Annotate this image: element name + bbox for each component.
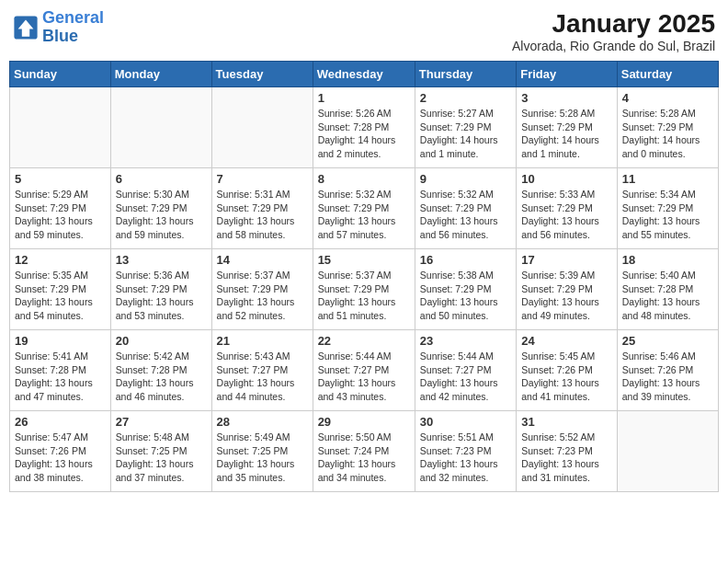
page-header: General Blue January 2025 Alvorada, Rio …	[9, 9, 719, 53]
day-number: 1	[318, 91, 410, 105]
day-info: Sunrise: 5:41 AMSunset: 7:28 PMDaylight:…	[15, 350, 106, 404]
day-number: 22	[318, 334, 410, 348]
calendar-cell: 2Sunrise: 5:27 AMSunset: 7:29 PMDaylight…	[415, 87, 516, 168]
day-number: 13	[116, 253, 207, 267]
calendar-cell	[211, 87, 313, 168]
calendar-cell: 28Sunrise: 5:49 AMSunset: 7:25 PMDayligh…	[211, 411, 313, 492]
day-info: Sunrise: 5:38 AMSunset: 7:29 PMDaylight:…	[420, 269, 511, 323]
calendar-cell: 14Sunrise: 5:37 AMSunset: 7:29 PMDayligh…	[211, 249, 313, 330]
day-number: 29	[318, 415, 410, 429]
day-info: Sunrise: 5:27 AMSunset: 7:29 PMDaylight:…	[420, 107, 511, 161]
calendar-cell: 11Sunrise: 5:34 AMSunset: 7:29 PMDayligh…	[617, 168, 718, 249]
week-row-1: 1Sunrise: 5:26 AMSunset: 7:28 PMDaylight…	[10, 87, 719, 168]
calendar-cell: 22Sunrise: 5:44 AMSunset: 7:27 PMDayligh…	[313, 330, 415, 411]
day-number: 31	[521, 415, 612, 429]
day-number: 10	[521, 172, 612, 186]
day-number: 19	[15, 334, 106, 348]
logo: General Blue	[13, 9, 104, 46]
calendar-cell: 29Sunrise: 5:50 AMSunset: 7:24 PMDayligh…	[313, 411, 415, 492]
day-info: Sunrise: 5:37 AMSunset: 7:29 PMDaylight:…	[217, 269, 308, 323]
weekday-header-row: SundayMondayTuesdayWednesdayThursdayFrid…	[10, 62, 719, 87]
day-number: 12	[15, 253, 106, 267]
day-info: Sunrise: 5:29 AMSunset: 7:29 PMDaylight:…	[15, 188, 106, 242]
week-row-3: 12Sunrise: 5:35 AMSunset: 7:29 PMDayligh…	[10, 249, 719, 330]
calendar-cell: 8Sunrise: 5:32 AMSunset: 7:29 PMDaylight…	[313, 168, 415, 249]
logo-icon	[13, 15, 39, 40]
day-info: Sunrise: 5:33 AMSunset: 7:29 PMDaylight:…	[521, 188, 612, 242]
location-title: Alvorada, Rio Grande do Sul, Brazil	[512, 39, 715, 53]
calendar-cell: 20Sunrise: 5:42 AMSunset: 7:28 PMDayligh…	[110, 330, 211, 411]
calendar-cell: 12Sunrise: 5:35 AMSunset: 7:29 PMDayligh…	[10, 249, 111, 330]
day-number: 30	[420, 415, 511, 429]
day-info: Sunrise: 5:39 AMSunset: 7:29 PMDaylight:…	[521, 269, 612, 323]
month-title: January 2025	[512, 9, 715, 39]
day-number: 3	[521, 91, 612, 105]
day-number: 26	[15, 415, 106, 429]
calendar-cell: 6Sunrise: 5:30 AMSunset: 7:29 PMDaylight…	[110, 168, 211, 249]
day-number: 20	[116, 334, 207, 348]
calendar-cell: 23Sunrise: 5:44 AMSunset: 7:27 PMDayligh…	[415, 330, 516, 411]
weekday-header-friday: Friday	[517, 62, 618, 87]
title-area: January 2025 Alvorada, Rio Grande do Sul…	[512, 9, 715, 53]
day-info: Sunrise: 5:40 AMSunset: 7:28 PMDaylight:…	[622, 269, 713, 323]
weekday-header-saturday: Saturday	[617, 62, 718, 87]
calendar-cell: 19Sunrise: 5:41 AMSunset: 7:28 PMDayligh…	[10, 330, 111, 411]
calendar-cell	[617, 411, 718, 492]
calendar-cell: 4Sunrise: 5:28 AMSunset: 7:29 PMDaylight…	[617, 87, 718, 168]
calendar-cell	[110, 87, 211, 168]
calendar-cell: 25Sunrise: 5:46 AMSunset: 7:26 PMDayligh…	[617, 330, 718, 411]
calendar-cell: 30Sunrise: 5:51 AMSunset: 7:23 PMDayligh…	[415, 411, 516, 492]
day-info: Sunrise: 5:26 AMSunset: 7:28 PMDaylight:…	[318, 107, 410, 161]
day-number: 7	[217, 172, 308, 186]
day-info: Sunrise: 5:52 AMSunset: 7:23 PMDaylight:…	[521, 431, 612, 485]
day-info: Sunrise: 5:28 AMSunset: 7:29 PMDaylight:…	[622, 107, 713, 161]
calendar-table: SundayMondayTuesdayWednesdayThursdayFrid…	[9, 61, 719, 492]
calendar-cell: 27Sunrise: 5:48 AMSunset: 7:25 PMDayligh…	[110, 411, 211, 492]
day-number: 17	[521, 253, 612, 267]
calendar-cell: 26Sunrise: 5:47 AMSunset: 7:26 PMDayligh…	[10, 411, 111, 492]
day-number: 15	[318, 253, 410, 267]
day-info: Sunrise: 5:49 AMSunset: 7:25 PMDaylight:…	[217, 431, 308, 485]
calendar-cell: 9Sunrise: 5:32 AMSunset: 7:29 PMDaylight…	[415, 168, 516, 249]
day-info: Sunrise: 5:37 AMSunset: 7:29 PMDaylight:…	[318, 269, 410, 323]
day-number: 14	[217, 253, 308, 267]
day-info: Sunrise: 5:51 AMSunset: 7:23 PMDaylight:…	[420, 431, 511, 485]
day-info: Sunrise: 5:44 AMSunset: 7:27 PMDaylight:…	[420, 350, 511, 404]
day-info: Sunrise: 5:32 AMSunset: 7:29 PMDaylight:…	[420, 188, 511, 242]
day-info: Sunrise: 5:47 AMSunset: 7:26 PMDaylight:…	[15, 431, 106, 485]
calendar-cell: 18Sunrise: 5:40 AMSunset: 7:28 PMDayligh…	[617, 249, 718, 330]
day-number: 28	[217, 415, 308, 429]
calendar-cell: 24Sunrise: 5:45 AMSunset: 7:26 PMDayligh…	[517, 330, 618, 411]
day-number: 5	[15, 172, 106, 186]
day-info: Sunrise: 5:44 AMSunset: 7:27 PMDaylight:…	[318, 350, 410, 404]
weekday-header-thursday: Thursday	[415, 62, 516, 87]
day-info: Sunrise: 5:31 AMSunset: 7:29 PMDaylight:…	[217, 188, 308, 242]
day-info: Sunrise: 5:36 AMSunset: 7:29 PMDaylight:…	[116, 269, 207, 323]
day-info: Sunrise: 5:42 AMSunset: 7:28 PMDaylight:…	[116, 350, 207, 404]
day-number: 25	[622, 334, 713, 348]
day-number: 8	[318, 172, 410, 186]
calendar-cell: 1Sunrise: 5:26 AMSunset: 7:28 PMDaylight…	[313, 87, 415, 168]
weekday-header-monday: Monday	[110, 62, 211, 87]
day-info: Sunrise: 5:28 AMSunset: 7:29 PMDaylight:…	[521, 107, 612, 161]
day-number: 4	[622, 91, 713, 105]
logo-text: General Blue	[42, 9, 104, 46]
weekday-header-wednesday: Wednesday	[313, 62, 415, 87]
calendar-cell: 21Sunrise: 5:43 AMSunset: 7:27 PMDayligh…	[211, 330, 313, 411]
calendar-cell: 13Sunrise: 5:36 AMSunset: 7:29 PMDayligh…	[110, 249, 211, 330]
day-number: 23	[420, 334, 511, 348]
day-number: 16	[420, 253, 511, 267]
day-info: Sunrise: 5:46 AMSunset: 7:26 PMDaylight:…	[622, 350, 713, 404]
day-info: Sunrise: 5:32 AMSunset: 7:29 PMDaylight:…	[318, 188, 410, 242]
weekday-header-tuesday: Tuesday	[211, 62, 313, 87]
week-row-5: 26Sunrise: 5:47 AMSunset: 7:26 PMDayligh…	[10, 411, 719, 492]
calendar-cell: 7Sunrise: 5:31 AMSunset: 7:29 PMDaylight…	[211, 168, 313, 249]
calendar-cell: 16Sunrise: 5:38 AMSunset: 7:29 PMDayligh…	[415, 249, 516, 330]
day-info: Sunrise: 5:48 AMSunset: 7:25 PMDaylight:…	[116, 431, 207, 485]
calendar-cell: 5Sunrise: 5:29 AMSunset: 7:29 PMDaylight…	[10, 168, 111, 249]
calendar-cell: 17Sunrise: 5:39 AMSunset: 7:29 PMDayligh…	[517, 249, 618, 330]
day-info: Sunrise: 5:35 AMSunset: 7:29 PMDaylight:…	[15, 269, 106, 323]
day-number: 27	[116, 415, 207, 429]
week-row-4: 19Sunrise: 5:41 AMSunset: 7:28 PMDayligh…	[10, 330, 719, 411]
day-number: 6	[116, 172, 207, 186]
